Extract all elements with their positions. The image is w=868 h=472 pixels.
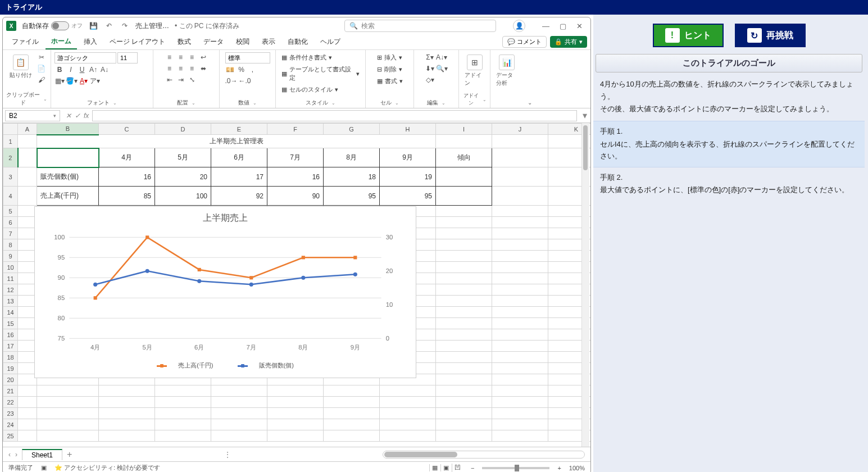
cell[interactable] bbox=[436, 251, 492, 262]
sheet-nav-next-icon[interactable]: › bbox=[15, 451, 17, 459]
italic-icon[interactable]: I bbox=[66, 65, 76, 75]
tab-home[interactable]: ホーム bbox=[46, 34, 77, 49]
data-cell[interactable]: 19 bbox=[380, 167, 436, 187]
cell[interactable] bbox=[492, 318, 548, 329]
fill-color-icon[interactable]: 🪣▾ bbox=[66, 76, 78, 86]
hint-button[interactable]: !ヒント bbox=[653, 24, 724, 47]
row-header[interactable]: 25 bbox=[3, 430, 18, 442]
increase-font-icon[interactable]: A↑ bbox=[88, 65, 98, 75]
cell[interactable] bbox=[267, 408, 324, 419]
comma-icon[interactable]: , bbox=[248, 65, 258, 75]
cell[interactable] bbox=[492, 329, 548, 341]
align-left-icon[interactable]: ≡ bbox=[165, 63, 175, 74]
cell[interactable] bbox=[436, 307, 492, 318]
cell[interactable] bbox=[436, 262, 492, 273]
name-box[interactable]: B2▾ bbox=[5, 110, 60, 121]
cell[interactable] bbox=[436, 374, 492, 385]
month-header[interactable]: 8月 bbox=[324, 148, 380, 167]
month-header[interactable]: 9月 bbox=[380, 148, 436, 167]
row-header[interactable]: 11 bbox=[3, 273, 18, 284]
cell[interactable] bbox=[18, 408, 37, 419]
tab-file[interactable]: ファイル bbox=[6, 35, 44, 49]
copy-icon[interactable]: 📄 bbox=[37, 63, 47, 74]
currency-icon[interactable]: 💴 bbox=[225, 65, 235, 75]
fx-icon[interactable]: fx bbox=[84, 112, 89, 120]
cell[interactable] bbox=[492, 352, 548, 363]
clear-icon[interactable]: ◇▾ bbox=[425, 75, 435, 85]
row-header[interactable]: 1 bbox=[3, 135, 18, 148]
cell[interactable] bbox=[492, 363, 548, 374]
row-header[interactable]: 22 bbox=[3, 397, 18, 408]
cell[interactable] bbox=[155, 397, 211, 408]
cell[interactable] bbox=[324, 397, 380, 408]
borders-icon[interactable]: ▦▾ bbox=[54, 76, 65, 86]
cell[interactable] bbox=[436, 352, 492, 363]
align-top-icon[interactable]: ≡ bbox=[165, 52, 175, 62]
cut-icon[interactable]: ✂ bbox=[37, 52, 47, 62]
align-middle-icon[interactable]: ≡ bbox=[176, 52, 186, 62]
row-header[interactable]: 13 bbox=[3, 296, 18, 307]
sheet-tab[interactable]: Sheet1 bbox=[22, 449, 62, 460]
addins-button[interactable]: ⊞アドイン bbox=[462, 52, 487, 89]
inc-decimal-icon[interactable]: .0→ bbox=[225, 76, 238, 86]
autosum-icon[interactable]: Σ▾ bbox=[425, 52, 435, 62]
cell[interactable] bbox=[492, 307, 548, 318]
cell[interactable] bbox=[492, 430, 548, 442]
row-header[interactable]: 5 bbox=[3, 206, 18, 217]
month-header[interactable]: 5月 bbox=[155, 148, 211, 167]
cell[interactable] bbox=[37, 385, 99, 397]
underline-icon[interactable]: U bbox=[77, 65, 87, 75]
cell[interactable] bbox=[380, 419, 436, 430]
cell[interactable] bbox=[155, 408, 211, 419]
indent-dec-icon[interactable]: ⇤ bbox=[165, 75, 175, 85]
row-header[interactable]: 4 bbox=[3, 187, 18, 206]
cell[interactable] bbox=[436, 239, 492, 251]
save-icon[interactable]: 💾 bbox=[88, 21, 98, 31]
format-cells-button[interactable]: ▦ 書式 ▾ bbox=[375, 76, 405, 87]
merge-icon[interactable]: ⬌ bbox=[198, 63, 208, 74]
col-header[interactable]: H bbox=[380, 124, 436, 135]
cell[interactable] bbox=[324, 419, 380, 430]
percent-icon[interactable]: % bbox=[237, 65, 247, 75]
zoom-out-icon[interactable]: − bbox=[471, 465, 474, 471]
cell[interactable] bbox=[211, 419, 267, 430]
cell[interactable] bbox=[211, 408, 267, 419]
tab-review[interactable]: 校閲 bbox=[230, 35, 255, 49]
align-bottom-icon[interactable]: ≡ bbox=[187, 52, 197, 62]
sort-filter-icon[interactable]: A↓▾ bbox=[436, 52, 447, 62]
row-label[interactable]: 売上高(千円) bbox=[37, 187, 99, 206]
maximize-icon[interactable]: ▢ bbox=[560, 22, 566, 30]
font-color-icon[interactable]: A▾ bbox=[79, 76, 89, 86]
cell[interactable] bbox=[324, 430, 380, 442]
cell[interactable] bbox=[18, 385, 37, 397]
font-size-select[interactable] bbox=[117, 52, 138, 63]
cell[interactable] bbox=[155, 385, 211, 397]
cell[interactable] bbox=[99, 385, 155, 397]
cell[interactable] bbox=[492, 206, 548, 217]
zoom-slider[interactable] bbox=[482, 467, 549, 469]
cell[interactable] bbox=[380, 385, 436, 397]
find-icon[interactable]: 🔍▾ bbox=[436, 63, 448, 74]
cell[interactable] bbox=[492, 397, 548, 408]
cell[interactable] bbox=[492, 419, 548, 430]
ribbon-collapse-icon[interactable]: ⌄ bbox=[523, 97, 537, 108]
cell[interactable] bbox=[492, 262, 548, 273]
trend-cell[interactable] bbox=[436, 167, 492, 187]
row-header[interactable]: 3 bbox=[3, 167, 18, 187]
row-header[interactable]: 8 bbox=[3, 239, 18, 251]
row-header[interactable]: 19 bbox=[3, 363, 18, 374]
month-header[interactable]: 4月 bbox=[99, 148, 155, 167]
tab-automate[interactable]: 自動化 bbox=[282, 35, 313, 49]
cell[interactable] bbox=[436, 329, 492, 341]
cell[interactable] bbox=[492, 251, 548, 262]
row-header[interactable]: 14 bbox=[3, 307, 18, 318]
cell[interactable] bbox=[436, 408, 492, 419]
dec-decimal-icon[interactable]: ←.0 bbox=[239, 76, 251, 86]
cell[interactable] bbox=[492, 273, 548, 284]
data-cell[interactable]: 100 bbox=[155, 187, 211, 206]
search-input[interactable]: 🔍 検索 bbox=[344, 20, 496, 32]
cell[interactable] bbox=[18, 419, 37, 430]
tab-help[interactable]: ヘルプ bbox=[315, 35, 346, 49]
tab-page-layout[interactable]: ページ レイアウト bbox=[104, 35, 171, 49]
accessibility-status[interactable]: ⭐ アクセシビリティ: 検討が必要です bbox=[54, 464, 160, 472]
